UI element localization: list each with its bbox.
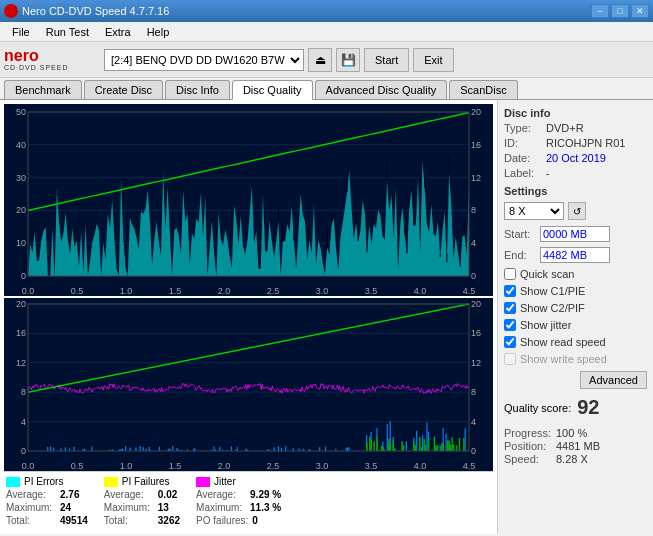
disc-date-value: 20 Oct 2019 [546, 152, 606, 164]
pi-failures-total-val: 3262 [158, 515, 180, 526]
speed-label: Speed: [504, 453, 552, 465]
main-content: PI Errors Average: 2.76 Maximum: 24 Tota… [0, 100, 653, 534]
position-label: Position: [504, 440, 552, 452]
title-bar: Nero CD-DVD Speed 4.7.7.16 − □ ✕ [0, 0, 653, 22]
disc-type-row: Type: DVD+R [504, 122, 647, 134]
maximize-button[interactable]: □ [611, 4, 629, 18]
pi-failures-label: PI Failures [122, 476, 170, 487]
menu-file[interactable]: File [4, 24, 38, 40]
tab-disc-info[interactable]: Disc Info [165, 80, 230, 99]
show-c1pie-label: Show C1/PIE [520, 285, 585, 297]
disc-type-value: DVD+R [546, 122, 584, 134]
legend-pi-errors: PI Errors Average: 2.76 Maximum: 24 Tota… [6, 476, 88, 526]
progress-value: 100 % [556, 427, 587, 439]
tab-scan-disc[interactable]: ScanDisc [449, 80, 517, 99]
window-title: Nero CD-DVD Speed 4.7.7.16 [22, 5, 169, 17]
start-mb-input[interactable] [540, 226, 610, 242]
jitter-avg-key: Average: [196, 489, 246, 500]
pi-failures-color-swatch [104, 477, 118, 487]
quality-score-row: Quality score: 92 [504, 396, 647, 419]
nero-logo: nero CD·DVD SPEED [4, 46, 94, 74]
refresh-button[interactable]: ↺ [568, 202, 586, 220]
pi-errors-avg-val: 2.76 [60, 489, 79, 500]
advanced-button[interactable]: Advanced [580, 371, 647, 389]
start-button[interactable]: Start [364, 48, 409, 72]
pi-failures-total-row: Total: 3262 [104, 515, 180, 526]
chart-area: PI Errors Average: 2.76 Maximum: 24 Tota… [0, 100, 498, 534]
pi-failures-avg-val: 0.02 [158, 489, 177, 500]
disc-label-row: Label: - [504, 167, 647, 179]
jitter-max-key: Maximum: [196, 502, 246, 513]
progress-row: Progress: 100 % [504, 427, 647, 439]
start-mb-label: Start: [504, 228, 536, 240]
show-c2pif-row: Show C2/PIF [504, 302, 647, 314]
quick-scan-label: Quick scan [520, 268, 574, 280]
tab-disc-quality[interactable]: Disc Quality [232, 80, 313, 100]
show-jitter-row: Show jitter [504, 319, 647, 331]
tab-create-disc[interactable]: Create Disc [84, 80, 163, 99]
app-icon [4, 4, 18, 18]
exit-button[interactable]: Exit [413, 48, 453, 72]
legend-jitter: Jitter Average: 9.29 % Maximum: 11.3 % P… [196, 476, 281, 526]
pi-failures-max-val: 13 [158, 502, 169, 513]
nero-logo-text: nero [4, 48, 39, 64]
pi-errors-total-key: Total: [6, 515, 56, 526]
show-write-speed-row: Show write speed [504, 353, 647, 365]
disc-info-title: Disc info [504, 107, 647, 119]
jitter-avg-val: 9.29 % [250, 489, 281, 500]
progress-section: Progress: 100 % Position: 4481 MB Speed:… [504, 426, 647, 466]
toolbar: nero CD·DVD SPEED [2:4] BENQ DVD DD DW16… [0, 42, 653, 78]
pi-failures-maximum-row: Maximum: 13 [104, 502, 180, 513]
tab-benchmark[interactable]: Benchmark [4, 80, 82, 99]
quality-score-label: Quality score: [504, 402, 571, 414]
pi-errors-maximum-row: Maximum: 24 [6, 502, 88, 513]
show-read-speed-label: Show read speed [520, 336, 606, 348]
start-mb-row: Start: [504, 226, 647, 242]
tab-advanced-disc-quality[interactable]: Advanced Disc Quality [315, 80, 448, 99]
menu-help[interactable]: Help [139, 24, 178, 40]
nero-logo-sub: CD·DVD SPEED [4, 64, 69, 71]
speed-row: Speed: 8.28 X [504, 453, 647, 465]
drive-selector[interactable]: [2:4] BENQ DVD DD DW1620 B7W9 [104, 49, 304, 71]
speed-selector[interactable]: 8 X [504, 202, 564, 220]
menu-run-test[interactable]: Run Test [38, 24, 97, 40]
end-mb-row: End: [504, 247, 647, 263]
pi-failures-total-key: Total: [104, 515, 154, 526]
show-jitter-checkbox[interactable] [504, 319, 516, 331]
quick-scan-row: Quick scan [504, 268, 647, 280]
pi-errors-max-key: Maximum: [6, 502, 56, 513]
end-mb-input[interactable] [540, 247, 610, 263]
pie-chart [4, 104, 493, 296]
jitter-po-key: PO failures: [196, 515, 248, 526]
jitter-po-failures-row: PO failures: 0 [196, 515, 281, 526]
close-button[interactable]: ✕ [631, 4, 649, 18]
show-write-speed-checkbox[interactable] [504, 353, 516, 365]
show-read-speed-checkbox[interactable] [504, 336, 516, 348]
quick-scan-checkbox[interactable] [504, 268, 516, 280]
disc-label-label: Label: [504, 167, 542, 179]
pi-failures-max-key: Maximum: [104, 502, 154, 513]
progress-label: Progress: [504, 427, 552, 439]
title-bar-buttons[interactable]: − □ ✕ [591, 4, 649, 18]
jitter-po-val: 0 [252, 515, 258, 526]
pi-failures-average-row: Average: 0.02 [104, 489, 180, 500]
disc-id-value: RICOHJPN R01 [546, 137, 625, 149]
disc-id-label: ID: [504, 137, 542, 149]
minimize-button[interactable]: − [591, 4, 609, 18]
jitter-maximum-row: Maximum: 11.3 % [196, 502, 281, 513]
menu-bar: File Run Test Extra Help [0, 22, 653, 42]
save-button[interactable]: 💾 [336, 48, 360, 72]
pi-errors-color-swatch [6, 477, 20, 487]
right-panel: Disc info Type: DVD+R ID: RICOHJPN R01 D… [498, 100, 653, 534]
disc-label-value: - [546, 167, 550, 179]
end-mb-label: End: [504, 249, 536, 261]
jitter-average-row: Average: 9.29 % [196, 489, 281, 500]
eject-button[interactable]: ⏏ [308, 48, 332, 72]
tabs-bar: Benchmark Create Disc Disc Info Disc Qua… [0, 78, 653, 100]
disc-type-label: Type: [504, 122, 542, 134]
show-c2pif-checkbox[interactable] [504, 302, 516, 314]
menu-extra[interactable]: Extra [97, 24, 139, 40]
show-c1pie-row: Show C1/PIE [504, 285, 647, 297]
show-c1pie-checkbox[interactable] [504, 285, 516, 297]
pi-errors-avg-key: Average: [6, 489, 56, 500]
